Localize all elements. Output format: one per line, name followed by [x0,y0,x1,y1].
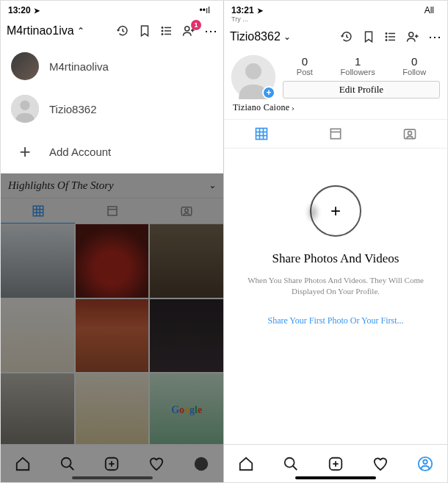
account-row-0[interactable]: M4rtinaoliva [1,45,223,87]
photo-cell[interactable] [1,299,74,373]
list-icon[interactable] [384,30,397,43]
status-time: 13:20 [8,5,31,15]
header-username: Tizio8362 [230,30,281,43]
account-name: Tizio8362 [49,103,96,115]
stat-following[interactable]: 0Follow [402,55,426,76]
photo-cell[interactable]: Google [150,373,223,447]
carrier-label: All [424,5,434,15]
avatar [11,52,39,80]
tab-grid[interactable] [1,198,75,223]
svg-rect-50 [330,129,340,138]
nav-home-icon[interactable] [237,455,255,473]
home-indicator[interactable] [295,476,376,479]
add-account-row[interactable]: + Add Account [1,130,223,173]
tab-feed[interactable] [298,120,372,148]
nav-activity-icon[interactable] [372,455,389,473]
discover-people-icon[interactable] [406,30,419,43]
archive-icon[interactable] [340,30,353,43]
svg-point-7 [162,27,163,29]
svg-point-60 [423,459,427,464]
profile-header: M4rtinao1iva ⌃ 1 ⋯ [1,17,223,45]
photo-cell[interactable] [76,224,149,298]
signal-icon: ••ıl [200,5,210,15]
header-username: M4rtinao1iva [7,24,74,37]
truncated-text: Try ... [224,15,447,23]
svg-point-38 [386,36,387,37]
plus-icon: + [11,137,39,165]
svg-point-39 [386,40,387,41]
svg-point-9 [162,34,163,35]
home-indicator[interactable] [72,476,153,479]
svg-point-40 [409,32,413,37]
bookmark-icon[interactable] [138,24,151,37]
status-time: 13:21 [231,5,254,15]
svg-rect-15 [33,206,43,216]
chevron-down-icon: ⌄ [283,32,291,42]
svg-point-37 [386,33,387,35]
tab-tagged[interactable] [373,120,447,148]
profile-tabs [224,119,447,149]
profile-avatar[interactable]: + [231,55,275,99]
nav-profile-icon[interactable] [416,455,434,473]
profile-summary: + 0Post 1Followers 0Follow Edit Profile [224,51,447,99]
svg-point-23 [184,209,188,212]
svg-line-25 [70,465,74,470]
chevron-up-icon: ⌃ [77,26,84,36]
svg-point-53 [408,132,412,135]
nav-home-icon[interactable] [14,455,32,473]
archive-icon[interactable] [116,24,129,37]
tab-feed[interactable] [75,198,149,223]
list-icon[interactable] [160,24,173,37]
share-first-link[interactable]: Share Your First Photo Or Your First... [239,315,433,326]
svg-point-54 [285,457,295,467]
nav-add-icon[interactable] [327,455,344,473]
nav-add-icon[interactable] [103,455,120,473]
nav-search-icon[interactable] [282,455,300,473]
username-switcher[interactable]: M4rtinao1iva ⌃ [7,24,84,37]
tab-grid[interactable] [224,120,298,148]
photo-cell[interactable] [76,373,149,447]
profile-header: Tizio8362 ⌄ ⋯ [224,23,447,51]
photo-cell[interactable] [76,299,149,373]
notification-badge: 1 [191,20,201,30]
nav-activity-icon[interactable] [148,455,165,473]
status-bar: 13:20 ➤ ••ıl [1,1,223,17]
nav-profile-icon[interactable] [192,455,210,473]
nav-search-icon[interactable] [59,455,76,473]
status-bar: 13:21 ➤ All [224,1,447,17]
bottom-nav [1,444,223,482]
account-switcher-dropdown: M4rtinaoliva Tizio8362 + Add Account [1,45,223,173]
bookmark-icon[interactable] [362,30,375,43]
photo-cell[interactable] [150,224,223,298]
svg-point-8 [162,30,163,32]
svg-rect-20 [108,207,117,215]
location-icon: ➤ [257,7,263,15]
empty-title: Share Photos And Videos [239,251,433,266]
add-story-badge-icon[interactable]: + [262,86,275,99]
photo-cell[interactable] [1,224,74,298]
tab-tagged[interactable] [149,198,223,223]
highlights-label: Highlights Of The Story [8,179,114,192]
account-row-1[interactable]: Tizio8362 [1,87,223,130]
edit-profile-button[interactable]: Edit Profile [283,81,440,99]
svg-point-44 [245,63,261,79]
svg-rect-45 [256,129,267,140]
photo-cell[interactable] [1,373,74,447]
more-icon[interactable]: ⋯ [428,30,441,43]
profile-tabs [1,198,223,224]
empty-state: + Share Photos And Videos When You Share… [224,149,447,326]
stat-followers[interactable]: 1Followers [341,55,375,76]
highlights-header[interactable]: Highlights Of The Story ⌄ [1,173,223,198]
location-icon: ➤ [34,7,40,15]
svg-point-24 [62,457,71,467]
photo-cell[interactable] [150,299,223,373]
more-icon[interactable]: ⋯ [204,24,217,37]
svg-point-14 [20,101,29,110]
stat-posts[interactable]: 0Post [297,55,313,76]
photo-grid: Google [1,224,223,447]
chevron-down-icon: ⌄ [209,180,216,191]
google-logo: Google [171,404,202,416]
svg-point-10 [185,26,189,31]
discover-people-icon[interactable]: 1 [182,24,195,37]
username-switcher[interactable]: Tizio8362 ⌄ [230,30,291,43]
